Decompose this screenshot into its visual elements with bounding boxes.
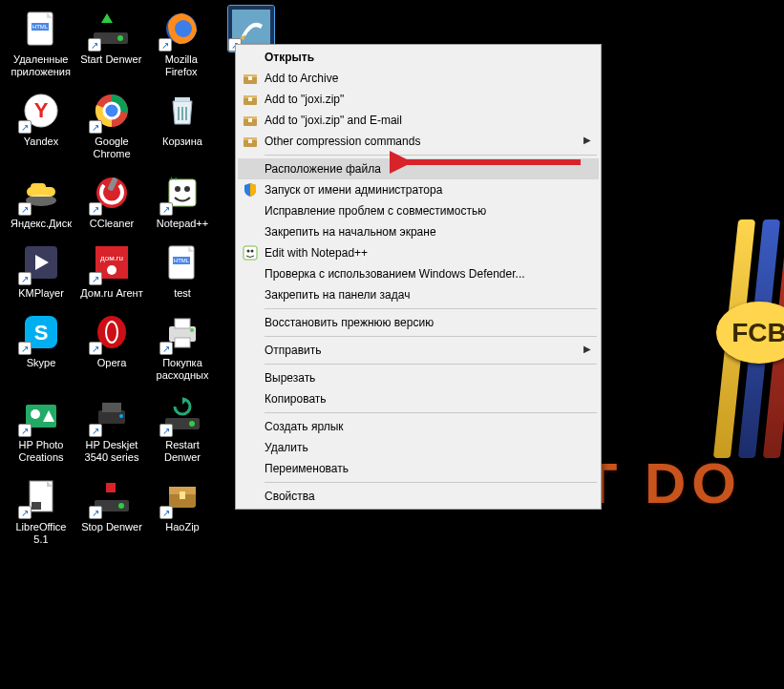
context-menu-item[interactable]: Закрепить на начальном экране — [238, 221, 599, 242]
desktop-icon[interactable]: ↗HP Deskjet 3540 series — [76, 389, 147, 471]
context-menu-item[interactable]: Переименовать — [238, 458, 599, 479]
context-menu-item[interactable]: Расположение файла — [238, 158, 599, 179]
html-file-icon: HTML — [159, 240, 205, 285]
svg-rect-12 — [175, 97, 190, 101]
context-menu-item-label: Расположение файла — [265, 162, 381, 176]
svg-rect-41 — [102, 403, 121, 412]
context-menu-item[interactable]: Add to "joxi.zip" — [238, 89, 599, 110]
context-menu-item-label: Создать ярлык — [265, 420, 344, 433]
context-menu-item-label: Запуск от имени администратора — [265, 183, 442, 197]
menu-separator — [265, 155, 597, 156]
wallpaper-fcb: FCB — [726, 219, 784, 458]
desktop-icon-label: Корзина — [147, 136, 218, 148]
shortcut-overlay-icon: ↗ — [89, 120, 102, 134]
shortcut-overlay-icon: ↗ — [159, 38, 172, 52]
context-menu-item-label: Исправление проблем с совместимостью — [265, 204, 486, 218]
context-menu-item[interactable]: Восстановить прежнюю версию — [238, 312, 599, 333]
desktop-icon[interactable]: ↗KMPlayer — [6, 238, 76, 307]
context-menu-item[interactable]: Проверка с использованием Windows Defend… — [238, 263, 599, 284]
context-menu-item[interactable]: Отправить▶ — [238, 340, 599, 361]
svg-point-67 — [251, 250, 254, 253]
context-menu-item-label: Отправить — [265, 344, 322, 357]
desktop-icon-label: HP Photo Creations — [6, 439, 76, 464]
context-menu-item[interactable]: Запуск от имени администратора — [238, 179, 599, 200]
desktop-icon[interactable]: ↗Яндекс.Диск — [6, 168, 76, 238]
firefox-icon: ↗ — [159, 6, 204, 52]
context-menu-item[interactable]: Свойства — [238, 486, 599, 507]
context-menu-item[interactable]: Закрепить на панели задач — [238, 284, 599, 305]
desktop-icon-label: Yandex — [6, 136, 76, 148]
desktop-icon-label: Удаленные приложения — [6, 53, 76, 78]
archive-icon — [243, 113, 258, 128]
desktop-icon[interactable]: ↗HP Photo Creations — [6, 389, 76, 471]
context-menu-item[interactable]: Открыть — [238, 47, 599, 68]
desktop-icon-label: KMPlayer — [6, 287, 76, 300]
desktop-icon[interactable]: ++↗Notepad++ — [147, 168, 218, 238]
context-menu: ОткрытьAdd to ArchiveAdd to "joxi.zip"Ad… — [235, 44, 602, 510]
context-menu-item[interactable]: Add to "joxi.zip" and E-mail — [238, 110, 599, 131]
svg-text:дом.ru: дом.ru — [100, 254, 123, 262]
desktop-icon[interactable]: ↗Mozilla Firefox — [146, 4, 217, 86]
desktop-icon-label: HaoZip — [147, 521, 218, 533]
svg-rect-36 — [175, 338, 190, 347]
notepadpp-small-icon — [243, 245, 258, 261]
libreoffice-icon: ↗ — [18, 473, 64, 519]
context-menu-item[interactable]: Исправление проблем с совместимостью — [238, 200, 599, 221]
context-menu-item[interactable]: Удалить — [238, 437, 599, 458]
context-menu-item[interactable]: Вырезать — [238, 367, 599, 388]
svg-point-19 — [175, 186, 180, 192]
desktop-icon-label: Яндекс.Диск — [6, 218, 76, 230]
desktop-icon[interactable]: ↗Restart Denwer — [147, 389, 218, 471]
chrome-icon: ↗ — [89, 88, 135, 134]
desktop-icon[interactable]: ↗Opera — [76, 307, 147, 389]
denwer-stop-icon: ↗ — [89, 473, 135, 519]
archive-icon — [243, 134, 258, 149]
desktop-icon[interactable]: ↗Google Chrome — [76, 86, 147, 168]
context-menu-item-label: Add to "joxi.zip" — [265, 93, 344, 106]
shield-icon — [243, 182, 258, 198]
desktop-icon[interactable]: ↗CCleaner — [76, 168, 147, 238]
archive-icon — [243, 92, 258, 107]
desktop-icon[interactable]: ↗HaoZip — [147, 471, 218, 553]
menu-separator — [265, 482, 597, 483]
desktop-icon-label: Покупка расходных — [147, 357, 218, 382]
menu-separator — [265, 336, 597, 337]
desktop-icon[interactable]: дом.ru↗Дом.ru Агент — [76, 238, 147, 307]
hpphoto-icon: ↗ — [18, 391, 64, 437]
context-menu-item[interactable]: Edit with Notepad++ — [238, 242, 599, 263]
desktop-icon[interactable]: ↗Start Denwer — [76, 4, 147, 86]
desktop-icon[interactable]: HTMLУдаленные приложения — [6, 4, 76, 86]
context-menu-item[interactable]: Other compression commands▶ — [238, 131, 599, 152]
context-menu-item[interactable]: Add to Archive — [238, 68, 599, 89]
desktop-icon[interactable]: Корзина — [147, 86, 218, 168]
context-menu-item-label: Проверка с использованием Windows Defend… — [265, 267, 525, 281]
svg-text:HTML: HTML — [174, 258, 190, 263]
svg-point-39 — [31, 409, 40, 419]
context-menu-item[interactable]: Копировать — [238, 388, 599, 409]
desktop-icon[interactable]: ↗LibreOffice 5.1 — [6, 471, 76, 553]
shortcut-overlay-icon: ↗ — [18, 120, 32, 134]
shortcut-overlay-icon: ↗ — [18, 202, 32, 216]
desktop-icon[interactable]: HTMLtest — [147, 238, 218, 307]
context-menu-item[interactable]: Создать ярлык — [238, 416, 599, 437]
desktop-icon-label: CCleaner — [76, 218, 147, 230]
shortcut-overlay-icon: ↗ — [18, 342, 32, 355]
desktop-icon[interactable]: S↗Skype — [6, 307, 76, 389]
desktop-icon[interactable]: ↗Покупка расходных — [147, 307, 218, 389]
context-menu-item-label: Открыть — [265, 51, 314, 64]
svg-point-33 — [107, 323, 117, 342]
svg-rect-35 — [175, 319, 190, 328]
yandex-icon: Y↗ — [18, 88, 64, 134]
desktop-icon[interactable]: Y↗Yandex — [6, 86, 76, 168]
svg-rect-49 — [106, 483, 116, 492]
menu-separator — [265, 308, 597, 309]
context-menu-item-label: Вырезать — [265, 371, 315, 385]
opera-icon: ↗ — [89, 309, 135, 355]
shortcut-overlay-icon: ↗ — [89, 424, 102, 437]
svg-text:++: ++ — [169, 175, 179, 183]
svg-point-4 — [117, 35, 123, 41]
shortcut-overlay-icon: ↗ — [159, 342, 173, 355]
desktop-icon[interactable]: ↗Stop Denwer — [76, 471, 147, 553]
shortcut-overlay-icon: ↗ — [89, 342, 102, 355]
shortcut-overlay-icon: ↗ — [18, 424, 32, 437]
